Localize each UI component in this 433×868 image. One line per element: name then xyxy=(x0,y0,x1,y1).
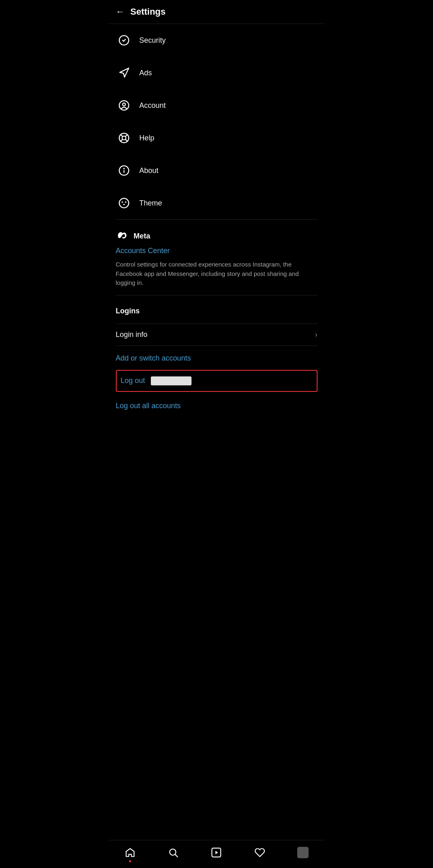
home-dot xyxy=(129,860,131,862)
heart-icon xyxy=(255,847,265,858)
accounts-center-link[interactable]: Accounts Center xyxy=(116,247,318,255)
svg-line-5 xyxy=(120,135,122,137)
about-icon xyxy=(116,162,132,179)
add-switch-row[interactable]: Add or switch accounts xyxy=(116,346,318,367)
meta-description: Control settings for connected experienc… xyxy=(116,260,318,288)
profile-thumbnail xyxy=(297,847,309,858)
login-info-label: Login info xyxy=(116,330,148,339)
sidebar-item-help[interactable]: Help xyxy=(109,122,325,154)
security-icon xyxy=(116,32,132,48)
logout-all-row[interactable]: Log out all accounts xyxy=(116,395,318,418)
meta-logo-text: Meta xyxy=(134,232,150,241)
logout-username-redacted xyxy=(151,376,191,385)
search-icon xyxy=(168,847,178,858)
account-icon xyxy=(116,97,132,114)
meta-section: Meta Accounts Center Control settings fo… xyxy=(109,220,325,295)
svg-line-8 xyxy=(120,139,122,141)
reels-icon xyxy=(211,847,222,858)
back-button[interactable]: ← xyxy=(116,7,125,17)
logins-section: Logins Login info › Add or switch accoun… xyxy=(109,295,325,418)
help-icon xyxy=(116,130,132,146)
chevron-right-icon: › xyxy=(315,330,318,339)
logout-all-link[interactable]: Log out all accounts xyxy=(116,402,181,410)
home-icon xyxy=(125,847,135,858)
nav-likes[interactable] xyxy=(250,844,270,861)
login-info-row[interactable]: Login info › xyxy=(116,324,318,346)
svg-line-17 xyxy=(175,855,178,857)
svg-marker-19 xyxy=(215,851,218,855)
svg-line-7 xyxy=(125,135,127,137)
logout-row[interactable]: Log out xyxy=(116,370,318,392)
help-label: Help xyxy=(139,134,154,142)
header: ← Settings xyxy=(109,0,325,24)
page-title: Settings xyxy=(131,7,166,17)
nav-reels[interactable] xyxy=(206,844,226,861)
svg-point-14 xyxy=(125,201,126,203)
svg-point-12 xyxy=(119,198,128,208)
account-label: Account xyxy=(139,101,166,110)
ads-icon xyxy=(116,65,132,81)
settings-list: Security Ads Account xyxy=(109,24,325,840)
nav-home[interactable] xyxy=(120,844,140,861)
sidebar-item-account[interactable]: Account xyxy=(109,89,325,122)
meta-logo-icon xyxy=(116,231,131,241)
sidebar-item-ads[interactable]: Ads xyxy=(109,57,325,89)
about-label: About xyxy=(139,166,159,175)
nav-search[interactable] xyxy=(163,844,183,861)
svg-point-13 xyxy=(122,201,123,203)
logins-title: Logins xyxy=(116,307,318,315)
theme-icon xyxy=(116,195,132,211)
add-switch-link[interactable]: Add or switch accounts xyxy=(116,354,191,362)
svg-point-2 xyxy=(122,103,125,106)
nav-profile[interactable] xyxy=(293,844,313,861)
sidebar-item-security[interactable]: Security xyxy=(109,24,325,57)
security-label: Security xyxy=(139,36,166,45)
svg-line-6 xyxy=(125,139,127,141)
logout-label[interactable]: Log out xyxy=(121,376,145,385)
bottom-nav xyxy=(109,840,325,868)
sidebar-item-about[interactable]: About xyxy=(109,154,325,187)
ads-label: Ads xyxy=(139,69,152,77)
theme-label: Theme xyxy=(139,199,162,208)
svg-point-15 xyxy=(123,204,125,206)
meta-logo-row: Meta xyxy=(116,231,318,241)
sidebar-item-theme[interactable]: Theme xyxy=(109,187,325,219)
